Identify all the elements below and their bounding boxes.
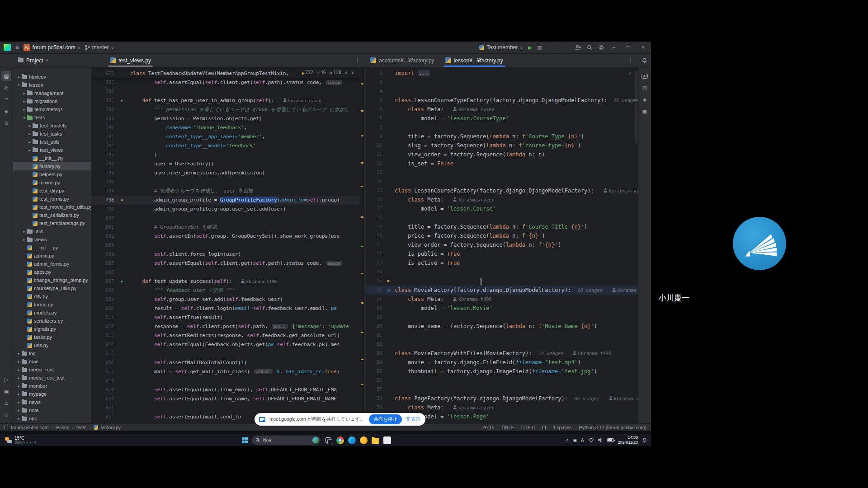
- tree-item-opc[interactable]: ▸opc: [13, 414, 91, 422]
- tab-test-views[interactable]: test_views.py: [104, 54, 156, 67]
- code-line-16[interactable]: 16 class Meta: kbrahma-ryzen: [366, 195, 638, 204]
- battery-icon[interactable]: [607, 438, 614, 442]
- tree-item-test_dify.py[interactable]: test_dify.py: [13, 187, 91, 195]
- gutter-marker-icon[interactable]: ◎: [382, 286, 395, 295]
- code-line-794[interactable]: 794 user = UserFactory(): [91, 160, 365, 169]
- code-line-816[interactable]: 816 self.assertMailBoxTotalCount(1): [91, 358, 365, 367]
- code-line-24[interactable]: 24: [366, 267, 638, 277]
- code-line-815[interactable]: 815: [91, 349, 365, 358]
- taskbar-clock[interactable]: 14:00 2024/11/23: [618, 435, 638, 445]
- code-line-789[interactable]: 789 permission = Permission.objects.get(: [91, 114, 365, 123]
- tree-item-note[interactable]: ▸note: [13, 406, 91, 414]
- chevron-icon[interactable]: ▸: [16, 352, 22, 356]
- tree-item-mypage[interactable]: ▸mypage: [13, 390, 91, 398]
- code-line-788[interactable]: 788 """ permission を有しているユーザは group を管理し…: [91, 105, 365, 114]
- tree-item-urls.py[interactable]: urls.py: [13, 341, 91, 349]
- indent-setting[interactable]: 4 spaces: [553, 425, 572, 430]
- code-line-37[interactable]: 37: [366, 385, 638, 394]
- tree-item-media_root[interactable]: ▸media_root: [13, 366, 91, 374]
- tree-item-__init__.py[interactable]: __init__.py: [13, 244, 91, 252]
- run-button[interactable]: ▶: [528, 45, 532, 51]
- volume-icon[interactable]: [598, 438, 603, 442]
- chevron-icon[interactable]: ▸: [21, 230, 27, 234]
- more-tools-icon[interactable]: ⋯: [1, 130, 11, 140]
- tree-item-test_forms.py[interactable]: test_forms.py: [13, 195, 91, 203]
- tree-item-member[interactable]: ▸member: [13, 382, 91, 390]
- code-line-7[interactable]: 7 model = 'lesson.CourseType': [366, 114, 638, 123]
- code-line-28[interactable]: 28 model = 'lesson.Movie': [366, 304, 638, 313]
- code-line-811[interactable]: 811 self.assertTrue(result): [91, 313, 365, 322]
- tree-item-signals.py[interactable]: signals.py: [13, 325, 91, 333]
- code-line-34[interactable]: 34 movie = factory.django.FileField(file…: [366, 358, 638, 367]
- tab-options-icon[interactable]: ⋮: [355, 57, 365, 64]
- code-line-11[interactable]: 11 view_order = factory.Sequence(lambda …: [366, 150, 638, 159]
- tree-item-test_models[interactable]: ▸test_models: [13, 122, 91, 130]
- terminal-icon[interactable]: ▣: [1, 386, 11, 396]
- chevron-icon[interactable]: ▸: [21, 108, 27, 112]
- tree-item-dify.py[interactable]: dify.py: [13, 292, 91, 300]
- file-explorer-icon[interactable]: [372, 438, 379, 444]
- code-line-799[interactable]: 799 admin_group_profile.group.user_set.a…: [91, 205, 365, 214]
- weather-widget[interactable]: 15°C 曇のちくもり: [0, 436, 95, 445]
- code-line-33[interactable]: 33class MovieFactoryWithFiles(MovieFacto…: [366, 349, 638, 358]
- app-icon[interactable]: [383, 436, 391, 444]
- code-line-38[interactable]: 38class PageFactory(factory.django.Djang…: [366, 394, 638, 403]
- database-icon[interactable]: ▤: [640, 83, 650, 93]
- services-icon[interactable]: ◇: [1, 410, 11, 420]
- tree-item-mixins.py[interactable]: mixins.py: [13, 178, 91, 187]
- code-line-6[interactable]: 6 class Meta: kbrahma-ryzen: [366, 105, 638, 114]
- tree-item-tests[interactable]: ▾tests: [13, 113, 91, 122]
- ai-assistant-icon[interactable]: AI: [640, 71, 650, 81]
- tree-item-news[interactable]: ▸news: [13, 398, 91, 406]
- tree-item-management[interactable]: ▸management: [13, 89, 91, 97]
- run-icon[interactable]: ▷: [1, 375, 11, 385]
- chevron-icon[interactable]: ▸: [16, 400, 22, 404]
- tab-options-icon[interactable]: ⋮: [628, 57, 638, 64]
- code-line-801[interactable]: 801 # GroupQuerySet を確認: [91, 223, 365, 232]
- chevron-icon[interactable]: ▸: [27, 132, 33, 136]
- breadcrumb-item[interactable]: lesson: [56, 425, 69, 430]
- gradle-icon[interactable]: ◈: [640, 94, 650, 104]
- tree-item-test_movie_info_utils.py[interactable]: test_movie_info_utils.py: [13, 203, 91, 211]
- tree-item-man[interactable]: ▸man: [13, 357, 91, 366]
- tree-item-tasks.py[interactable]: tasks.py: [13, 333, 91, 341]
- inspection-nav-icon[interactable]: ∧: [345, 70, 348, 75]
- intention-bulb-icon[interactable]: ●: [382, 277, 395, 286]
- chevron-icon[interactable]: ▸: [16, 75, 22, 79]
- tray-app-icon[interactable]: ▣: [573, 438, 577, 442]
- run-test-icon[interactable]: ▶: [114, 96, 130, 105]
- code-line-791[interactable]: 791 content_type__app_label='member',: [91, 132, 365, 141]
- code-line-10[interactable]: 10 slug = factory.Sequence(lambda n: f'c…: [366, 141, 638, 150]
- code-line-18[interactable]: 18: [366, 213, 638, 222]
- code-line-787[interactable]: 787▶ def test_has_perm_user_in_admin_gro…: [91, 96, 365, 105]
- inspection-nav-icon[interactable]: ∨: [351, 70, 354, 75]
- code-line-27[interactable]: 27 class Meta: kbrahma-t490: [366, 295, 638, 304]
- minimize-button[interactable]: −: [609, 44, 618, 51]
- project-widget[interactable]: FC forum.pc5bai.com ∨: [24, 44, 80, 51]
- code-line-13[interactable]: 13: [366, 168, 638, 177]
- chat-icon[interactable]: ▦: [640, 106, 650, 116]
- code-line-21[interactable]: 21 view_order = factory.Sequence(lambda …: [366, 240, 638, 249]
- start-button[interactable]: [242, 437, 248, 443]
- scrollbar-thumb[interactable]: [635, 71, 637, 143]
- notification-center-icon[interactable]: [642, 437, 647, 443]
- tree-item-models.py[interactable]: models.py: [13, 309, 91, 317]
- code-line-35[interactable]: 35 thumbnail = factory.django.ImageField…: [366, 367, 638, 376]
- code-line-804[interactable]: 804 self.client.force_login(user): [91, 250, 365, 259]
- code-line-22[interactable]: 22 is_public = True: [366, 249, 638, 258]
- tree-item-migrations[interactable]: ▸migrations: [13, 97, 91, 105]
- tree-item-forms.py[interactable]: forms.py: [13, 300, 91, 309]
- code-line-15[interactable]: 15class LessonCourseFactory(factory.djan…: [366, 186, 638, 195]
- tree-item-coursetype_utils.py[interactable]: coursetype_utils.py: [13, 284, 91, 292]
- structure-icon[interactable]: ≣: [1, 94, 11, 104]
- tree-item-media_root_test[interactable]: ▸media_root_test: [13, 374, 91, 382]
- code-line-817[interactable]: 817 mail = self.get_mail_info_class( ind…: [91, 367, 365, 376]
- chevron-icon[interactable]: ▸: [27, 124, 33, 128]
- chevron-icon[interactable]: ▾: [21, 116, 27, 120]
- code-line-803[interactable]: 803: [91, 241, 365, 250]
- chevron-icon[interactable]: ▸: [16, 376, 22, 380]
- tree-item-test_views[interactable]: ▸test_views: [13, 146, 91, 154]
- chrome-icon[interactable]: [336, 436, 344, 444]
- tree-item-change_strings_temp.py[interactable]: change_strings_temp.py: [13, 276, 91, 284]
- code-line-785[interactable]: 785 self.assertEqual(self.client.get(sel…: [91, 78, 365, 87]
